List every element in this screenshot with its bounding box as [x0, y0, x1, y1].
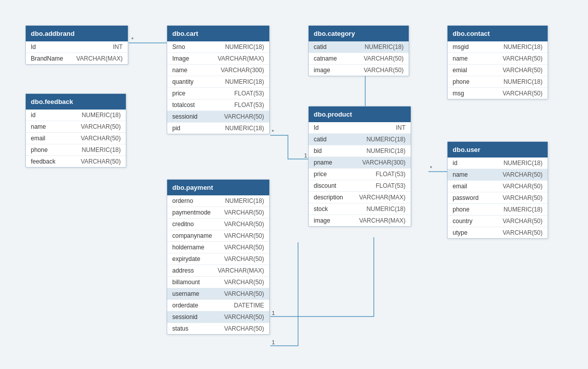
table-row: catidNUMERIC(18): [309, 41, 409, 53]
col-name: sessionid: [172, 313, 218, 321]
table-header-addbrand: dbo.addbrand: [26, 26, 128, 41]
svg-text:1: 1: [272, 310, 275, 316]
table-row: IdINT: [309, 122, 411, 134]
table-row: nameVARCHAR(300): [167, 65, 269, 76]
col-type: VARCHAR(50): [503, 194, 543, 201]
col-name: discount: [314, 182, 359, 189]
col-type: NUMERIC(18): [225, 197, 264, 204]
col-type: VARCHAR(50): [81, 158, 121, 165]
col-type: VARCHAR(MAX): [359, 194, 406, 201]
col-name: description: [314, 194, 359, 201]
col-type: NUMERIC(18): [365, 43, 404, 50]
table-row: pidNUMERIC(18): [167, 123, 269, 134]
table-row: nameVARCHAR(50): [448, 53, 548, 65]
col-name: phone: [453, 78, 498, 85]
table-row: phoneNUMERIC(18): [26, 144, 126, 156]
table-user: dbo.useridNUMERIC(18)nameVARCHAR(50)emai…: [447, 141, 548, 239]
col-type: VARCHAR(MAX): [76, 55, 123, 62]
col-type: VARCHAR(50): [503, 218, 543, 225]
col-name: Id: [31, 43, 76, 50]
col-type: VARCHAR(MAX): [218, 267, 264, 274]
col-name: email: [31, 135, 76, 142]
col-type: VARCHAR(MAX): [218, 55, 264, 62]
table-header-contact: dbo.contact: [448, 26, 548, 41]
col-type: NUMERIC(18): [504, 206, 543, 213]
col-name: sessionid: [172, 113, 218, 120]
col-type: NUMERIC(18): [225, 43, 264, 50]
col-name: country: [453, 218, 498, 225]
table-header-product: dbo.product: [309, 107, 411, 122]
table-row: pnameVARCHAR(300): [309, 157, 411, 169]
col-name: creditno: [172, 221, 218, 228]
col-name: phone: [453, 206, 498, 213]
col-type: VARCHAR(50): [364, 67, 404, 74]
col-type: VARCHAR(50): [224, 209, 264, 216]
table-row: totalcostFLOAT(53): [167, 99, 269, 111]
table-row: imageVARCHAR(MAX): [309, 215, 411, 226]
col-name: status: [172, 325, 218, 332]
col-name: username: [172, 290, 218, 297]
col-name: name: [453, 55, 498, 62]
table-row: passwordVARCHAR(50): [448, 192, 548, 204]
table-row: nameVARCHAR(50): [448, 169, 548, 181]
table-category: dbo.categorycatidNUMERIC(18)catnameVARCH…: [308, 25, 409, 76]
svg-text:1: 1: [304, 152, 307, 159]
table-cart: dbo.cartSrnoNUMERIC(18)ImageVARCHAR(MAX)…: [167, 25, 270, 134]
col-name: pid: [172, 125, 218, 132]
col-name: emial: [453, 67, 498, 74]
col-type: VARCHAR(50): [224, 290, 264, 297]
table-row: quantityNUMERIC(18): [167, 76, 269, 88]
col-type: NUMERIC(18): [366, 147, 405, 154]
col-name: stock: [314, 205, 359, 213]
col-name: utype: [453, 229, 498, 236]
col-type: FLOAT(53): [376, 182, 406, 189]
col-type: VARCHAR(50): [224, 313, 264, 321]
col-type: INT: [113, 43, 122, 50]
svg-text:*: *: [272, 129, 274, 135]
table-row: holdernameVARCHAR(50): [167, 242, 269, 253]
table-row: paymentmodeVARCHAR(50): [167, 207, 269, 219]
table-row: BrandNameVARCHAR(MAX): [26, 53, 128, 64]
col-name: address: [172, 267, 218, 274]
svg-text:1: 1: [272, 339, 275, 345]
col-type: VARCHAR(50): [224, 232, 264, 239]
col-type: NUMERIC(18): [225, 125, 264, 132]
table-row: phoneNUMERIC(18): [448, 76, 548, 88]
col-type: NUMERIC(18): [504, 43, 543, 50]
col-type: DATETIME: [234, 302, 264, 309]
col-type: FLOAT(53): [234, 90, 264, 97]
svg-text:*: *: [131, 36, 134, 42]
col-name: catid: [314, 136, 359, 143]
table-row: billamountVARCHAR(50): [167, 277, 269, 288]
table-row: nameVARCHAR(50): [26, 121, 126, 133]
col-type: VARCHAR(50): [224, 325, 264, 332]
col-name: orderdate: [172, 302, 218, 309]
table-row: expirydateVARCHAR(50): [167, 253, 269, 265]
col-name: BrandName: [31, 55, 76, 62]
table-row: emailVARCHAR(50): [448, 181, 548, 192]
col-name: orderno: [172, 197, 218, 204]
col-name: phone: [31, 146, 76, 153]
table-payment: dbo.paymentordernoNUMERIC(18)paymentmode…: [167, 179, 270, 335]
table-product: dbo.productIdINTcatidNUMERIC(18)bidNUMER…: [308, 106, 411, 227]
col-type: NUMERIC(18): [225, 78, 264, 85]
table-row: addressVARCHAR(MAX): [167, 265, 269, 277]
table-row: emailVARCHAR(50): [26, 133, 126, 144]
col-name: name: [31, 123, 76, 130]
col-name: id: [453, 160, 498, 167]
col-name: holdername: [172, 244, 218, 251]
table-row: SrnoNUMERIC(18): [167, 41, 269, 53]
col-name: price: [172, 90, 218, 97]
col-name: catname: [314, 55, 359, 62]
col-type: NUMERIC(18): [504, 160, 543, 167]
table-row: IdINT: [26, 41, 128, 53]
col-type: NUMERIC(18): [366, 136, 405, 143]
col-name: pname: [314, 159, 359, 166]
table-header-feedback: dbo.feedback: [26, 94, 126, 110]
table-row: catnameVARCHAR(50): [309, 53, 409, 65]
col-type: VARCHAR(MAX): [359, 217, 406, 224]
table-row: bidNUMERIC(18): [309, 145, 411, 157]
table-row: utypeVARCHAR(50): [448, 227, 548, 238]
col-name: feedback: [31, 158, 76, 165]
col-name: Srno: [172, 43, 218, 50]
